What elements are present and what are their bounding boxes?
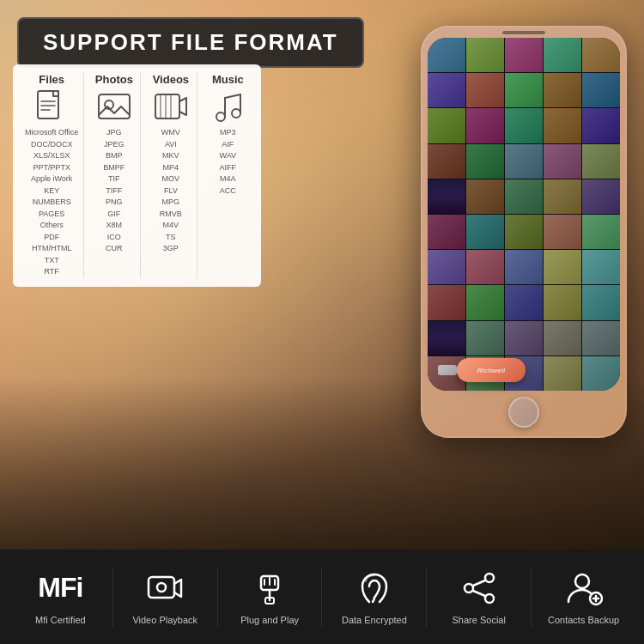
photo-cell bbox=[428, 179, 465, 214]
svg-rect-4 bbox=[99, 94, 130, 118]
photo-cell bbox=[505, 108, 543, 143]
top-banner: SUPPORT FILE FORMAT bbox=[17, 17, 364, 68]
usb-brand-label: Richwell bbox=[477, 367, 505, 374]
col-header-videos: Videos bbox=[149, 73, 191, 86]
photo-cell bbox=[544, 179, 581, 214]
svg-rect-0 bbox=[38, 91, 58, 118]
main-container: SUPPORT FILE FORMAT Files Microsoft Of bbox=[0, 0, 644, 644]
feature-share: Share Social bbox=[427, 568, 531, 626]
encrypt-label: Data Encrypted bbox=[342, 614, 407, 626]
photo-cell bbox=[582, 215, 620, 249]
phone-speaker bbox=[502, 31, 545, 34]
phone-screen bbox=[428, 38, 620, 391]
photo-cell bbox=[582, 38, 620, 72]
plug-label: Plug and Play bbox=[240, 614, 299, 626]
photo-cell bbox=[466, 285, 504, 319]
photo-cell bbox=[582, 356, 620, 391]
music-list: MP3AIFWAVAIFFM4AACC bbox=[206, 127, 249, 197]
svg-point-11 bbox=[232, 109, 240, 118]
camera-icon bbox=[146, 569, 184, 607]
photo-cell bbox=[544, 38, 581, 72]
col-header-music: Music bbox=[206, 73, 249, 86]
format-col-files: Files Microsoft OfficeDOC/DOCXXLS/XLSXPP… bbox=[20, 73, 84, 278]
photo-cell bbox=[428, 321, 465, 355]
svg-rect-15 bbox=[149, 577, 174, 598]
photo-cell bbox=[582, 108, 620, 143]
svg-point-25 bbox=[485, 594, 494, 603]
file-icon bbox=[34, 89, 69, 124]
photo-cell bbox=[544, 215, 581, 249]
plug-icon-area bbox=[251, 568, 289, 609]
photo-cell bbox=[582, 250, 620, 284]
mfi-icon: MFi bbox=[38, 572, 82, 604]
phone-container: Richwell bbox=[421, 26, 627, 438]
format-col-videos: Videos WMVAVIMKVMP4MOVFLVMPGRMVBM4VTS3GP bbox=[144, 73, 197, 278]
banner-title: SUPPORT FILE FORMAT bbox=[43, 29, 338, 55]
photo-icon bbox=[97, 89, 131, 124]
format-col-photos: Photos JPGJPEGBMPBMPFTIFTIFFPNGGIFX8MICO… bbox=[88, 73, 141, 278]
photo-cell bbox=[505, 215, 543, 249]
photo-cell bbox=[428, 250, 465, 284]
photo-cell bbox=[466, 38, 504, 72]
feature-plug: Plug and Play bbox=[218, 568, 322, 626]
photo-cell bbox=[544, 108, 581, 143]
photo-cell bbox=[428, 38, 465, 72]
feature-encrypt: Data Encrypted bbox=[322, 568, 426, 626]
format-col-music: Music MP3AIFWAVAIFFM4AACC bbox=[201, 73, 254, 278]
photo-cell bbox=[544, 73, 581, 107]
photo-cell bbox=[428, 144, 465, 179]
photo-cell bbox=[582, 144, 620, 179]
svg-point-16 bbox=[157, 583, 166, 592]
usb-drive: Richwell bbox=[457, 358, 526, 382]
mfi-label: Mfi Certified bbox=[35, 614, 86, 626]
svg-line-26 bbox=[473, 580, 485, 586]
svg-point-24 bbox=[465, 584, 473, 592]
photo-cell bbox=[466, 108, 504, 143]
photos-list: JPGJPEGBMPBMPFTIFTIFFPNGGIFX8MICOCUR bbox=[93, 127, 135, 255]
svg-point-10 bbox=[216, 112, 225, 121]
fingerprint-icon bbox=[355, 569, 393, 607]
photo-cell bbox=[505, 73, 543, 107]
video-label: Video Playback bbox=[132, 614, 197, 626]
photo-cell bbox=[582, 321, 620, 355]
photo-cell bbox=[466, 73, 504, 107]
photo-cell bbox=[505, 179, 543, 214]
encrypt-icon-area bbox=[355, 568, 393, 609]
photo-cell bbox=[466, 144, 504, 179]
share-icon-area bbox=[460, 568, 498, 609]
feature-contacts: Contacts Backup bbox=[532, 568, 635, 626]
music-icon bbox=[210, 89, 245, 124]
usb-body: Richwell bbox=[457, 358, 526, 382]
videos-list: WMVAVIMKVMP4MOVFLVMPGRMVBM4VTS3GP bbox=[149, 127, 191, 255]
video-icon-area bbox=[146, 568, 184, 609]
feature-video: Video Playback bbox=[113, 568, 217, 626]
svg-point-28 bbox=[575, 574, 589, 588]
svg-line-27 bbox=[473, 591, 485, 596]
photo-cell bbox=[505, 144, 543, 179]
bottom-bar: MFi Mfi Certified Video Playback bbox=[0, 550, 644, 644]
contacts-icon-area bbox=[565, 568, 603, 609]
photo-cell bbox=[428, 108, 465, 143]
svg-rect-6 bbox=[155, 94, 179, 118]
photo-cell bbox=[466, 250, 504, 284]
photo-cell bbox=[544, 285, 581, 319]
contacts-icon bbox=[565, 569, 603, 607]
photo-cell bbox=[428, 215, 465, 249]
photo-cell bbox=[582, 179, 620, 214]
svg-point-23 bbox=[485, 574, 494, 582]
mfi-icon-area: MFi bbox=[38, 568, 82, 609]
photo-cell bbox=[544, 356, 581, 391]
photo-cell bbox=[582, 73, 620, 107]
phone-home-button bbox=[508, 397, 539, 428]
svg-line-14 bbox=[225, 94, 240, 98]
photo-cell bbox=[544, 321, 581, 355]
photo-cell bbox=[544, 144, 581, 179]
video-icon bbox=[154, 89, 188, 124]
photo-cell bbox=[505, 285, 543, 319]
feature-mfi: MFi Mfi Certified bbox=[9, 568, 112, 626]
photo-cell bbox=[466, 179, 504, 214]
usb-plug-icon bbox=[251, 569, 289, 607]
photo-cell bbox=[544, 250, 581, 284]
files-list: Microsoft OfficeDOC/DOCXXLS/XLSXPPT/PPTX… bbox=[25, 127, 78, 278]
photo-cell bbox=[466, 215, 504, 249]
